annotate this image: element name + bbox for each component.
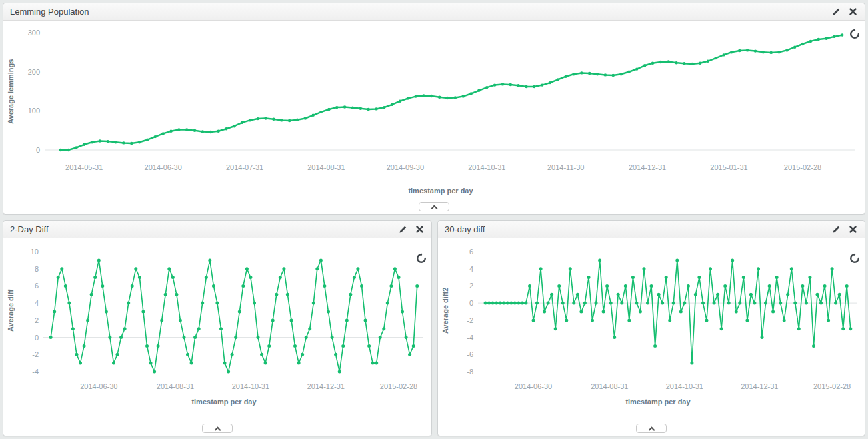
data-point <box>805 302 808 305</box>
edit-icon[interactable] <box>832 7 841 16</box>
edit-icon[interactable] <box>832 225 841 234</box>
data-point <box>572 302 575 305</box>
data-point <box>793 46 796 49</box>
data-point <box>327 310 330 314</box>
data-point <box>171 276 175 279</box>
data-point <box>809 40 812 43</box>
data-point <box>502 302 505 305</box>
data-point <box>215 302 219 305</box>
x-axis-title: timestamp per day <box>17 187 865 195</box>
x-tick-label: 2015-02-28 <box>380 382 417 390</box>
reset-zoom-icon[interactable] <box>416 253 427 264</box>
data-point <box>825 37 827 40</box>
data-point <box>745 318 749 322</box>
chart-area: Average lemmings 01002003002014-05-31201… <box>3 21 865 195</box>
collapse-button[interactable] <box>636 424 667 433</box>
data-point <box>57 276 60 279</box>
x-tick-label: 2014-10-31 <box>232 382 269 390</box>
data-point <box>808 276 811 279</box>
data-point <box>591 318 594 322</box>
close-icon[interactable] <box>849 8 857 15</box>
lemming-population-chart[interactable]: 01002003002014-05-312014-06-302014-07-31… <box>17 23 865 185</box>
data-point <box>264 117 267 119</box>
data-point <box>90 293 93 296</box>
data-point <box>446 97 449 99</box>
data-point <box>683 302 686 305</box>
data-point <box>524 302 527 305</box>
chart-area: Average diff2 -8-6-4-202462014-06-302014… <box>438 238 865 406</box>
data-point <box>484 302 487 305</box>
x-tick-label: 2014-12-31 <box>741 382 778 390</box>
data-point <box>454 96 457 99</box>
data-point <box>715 57 717 59</box>
data-point <box>757 267 760 270</box>
y-tick-label: 6 <box>469 248 473 256</box>
data-point <box>643 64 646 67</box>
data-point <box>691 63 693 65</box>
data-point <box>831 267 834 270</box>
data-point <box>665 276 668 279</box>
data-point <box>205 276 208 279</box>
data-point <box>201 130 204 133</box>
y-tick-label: 4 <box>469 265 473 273</box>
data-point <box>407 97 409 99</box>
data-point <box>212 284 215 288</box>
data-point <box>97 258 101 262</box>
y-tick-label: 200 <box>28 68 40 76</box>
panel-header-icons <box>832 7 857 16</box>
close-icon[interactable] <box>849 226 857 233</box>
data-point <box>141 310 145 314</box>
y-tick-label: 2 <box>469 282 473 290</box>
data-point <box>130 142 133 145</box>
data-point <box>379 336 382 339</box>
x-tick-label: 2014-06-30 <box>145 163 182 171</box>
data-point <box>569 267 572 270</box>
reset-zoom-icon[interactable] <box>849 253 860 264</box>
data-point <box>193 129 196 132</box>
data-point <box>401 310 404 314</box>
data-point <box>304 117 307 119</box>
data-point <box>367 344 371 348</box>
data-point <box>271 318 275 322</box>
data-point <box>659 61 662 63</box>
data-point <box>833 35 835 38</box>
data-point <box>605 284 609 288</box>
collapse-button[interactable] <box>202 424 233 433</box>
data-point <box>286 293 289 296</box>
data-point <box>327 108 330 111</box>
data-point <box>635 67 638 70</box>
data-point <box>343 105 346 108</box>
data-point <box>234 336 237 339</box>
data-point <box>415 284 419 288</box>
data-point <box>565 318 568 322</box>
x-tick-label: 2014-10-31 <box>468 163 505 171</box>
reset-zoom-icon[interactable] <box>849 29 860 39</box>
x-tick-label: 2015-02-28 <box>813 382 851 390</box>
data-point <box>154 135 157 138</box>
data-point <box>241 121 243 124</box>
collapse-button[interactable] <box>419 202 449 211</box>
data-point <box>312 114 315 117</box>
data-point <box>716 293 719 296</box>
data-point <box>190 362 193 365</box>
data-point <box>233 125 235 127</box>
data-point <box>730 51 733 53</box>
data-point <box>138 276 141 279</box>
edit-icon[interactable] <box>399 225 407 234</box>
data-point <box>557 78 559 81</box>
data-point <box>175 293 178 296</box>
x-tick-label: 2014-08-31 <box>307 163 345 171</box>
panel-title: Lemming Population <box>10 7 89 17</box>
data-point <box>657 293 661 296</box>
data-point <box>790 267 793 270</box>
two-day-diff-chart[interactable]: -4-202468102014-06-302014-08-312014-10-3… <box>17 241 431 396</box>
x-axis-title: timestamp per day <box>451 398 865 406</box>
data-point <box>722 53 725 56</box>
data-point <box>543 310 546 314</box>
close-icon[interactable] <box>416 226 423 233</box>
y-axis-title: Average diff <box>5 242 15 379</box>
data-point <box>227 370 230 374</box>
data-point <box>635 302 638 305</box>
bottom-row: 2-Day Diff Average diff -4-202468102014-… <box>3 220 865 436</box>
thirty-day-diff-chart[interactable]: -8-6-4-202462014-06-302014-08-312014-10-… <box>451 241 865 396</box>
